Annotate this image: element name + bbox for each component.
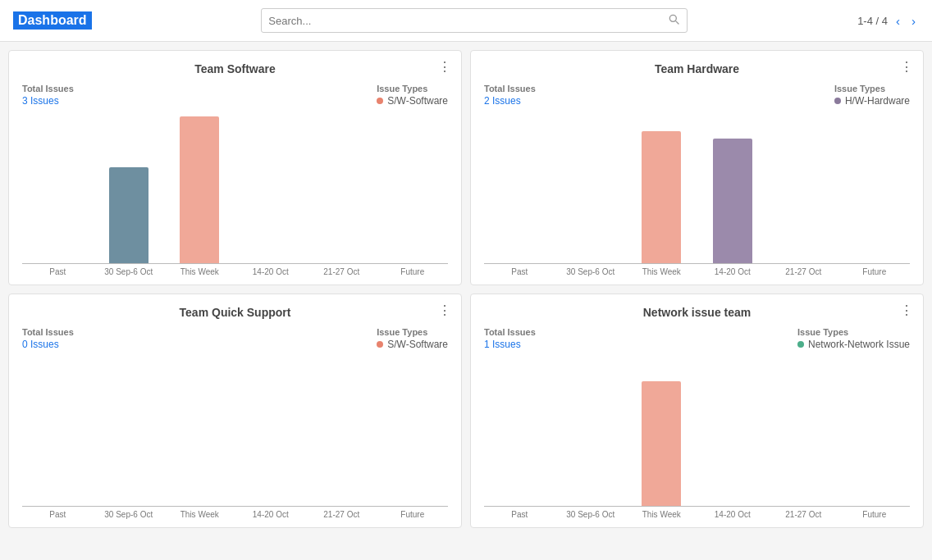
- issue-type-dot: [834, 98, 841, 104]
- bar-rect: [180, 116, 219, 263]
- issue-type-text: H/W-Hardware: [845, 95, 910, 107]
- total-issues-value[interactable]: 3 Issues: [22, 95, 74, 107]
- bars-container: [22, 360, 448, 508]
- bar-rect: [642, 381, 681, 506]
- issue-type-value: S/W-Software: [377, 339, 448, 350]
- prev-button[interactable]: ‹: [893, 12, 903, 30]
- search-bar[interactable]: [261, 8, 688, 33]
- bar-rect: [642, 131, 681, 263]
- bar-col: [484, 360, 555, 507]
- header: Dashboard 1-4 / 4 ‹ ›: [0, 0, 932, 42]
- next-button[interactable]: ›: [908, 12, 919, 30]
- issue-type-value: Network-Network Issue: [797, 339, 910, 350]
- total-issues-label: Total Issues: [22, 327, 74, 337]
- x-axis-label: Future: [839, 267, 911, 276]
- bars-container: [484, 116, 910, 264]
- bar-col: [235, 360, 307, 507]
- bar-col: [839, 116, 911, 263]
- chart-wrapper: Past30 Sep-6 OctThis Week14-20 Oct21-27 …: [22, 116, 448, 276]
- bar-col: [768, 360, 839, 507]
- x-axis-label: 30 Sep-6 Oct: [94, 267, 165, 276]
- card-title: Team Quick Support: [22, 306, 448, 319]
- dashboard-grid: Team Software⋮Total Issues3 IssuesIssue …: [0, 42, 932, 536]
- card-meta-row: Total Issues1 IssuesIssue TypesNetwork-N…: [484, 327, 910, 350]
- bar-col: [555, 360, 627, 507]
- bar-col: [377, 360, 449, 507]
- x-axis-labels: Past30 Sep-6 OctThis Week14-20 Oct21-27 …: [484, 267, 910, 276]
- issue-type-value: S/W-Software: [377, 95, 448, 107]
- card-menu-button[interactable]: ⋮: [438, 303, 453, 318]
- total-issues-label: Total Issues: [22, 84, 74, 93]
- bars-container: [22, 116, 448, 264]
- card-meta-row: Total Issues0 IssuesIssue TypesS/W-Softw…: [22, 327, 448, 350]
- issue-types-label: Issue Types: [377, 327, 448, 337]
- bar-col: [306, 116, 377, 263]
- chart-wrapper: Past30 Sep-6 OctThis Week14-20 Oct21-27 …: [484, 116, 910, 276]
- total-issues-label: Total Issues: [484, 84, 536, 93]
- x-axis-labels: Past30 Sep-6 OctThis Week14-20 Oct21-27 …: [22, 267, 448, 276]
- x-axis-label: 21-27 Oct: [768, 510, 839, 519]
- bar-col: [377, 116, 449, 263]
- bar-col: [94, 360, 165, 507]
- x-axis-label: Future: [377, 267, 449, 276]
- total-issues-label: Total Issues: [484, 327, 536, 337]
- total-issues-value[interactable]: 0 Issues: [22, 339, 74, 350]
- x-axis-label: Past: [484, 267, 555, 276]
- x-axis-label: 21-27 Oct: [768, 267, 839, 276]
- bar-col: [484, 116, 555, 263]
- issue-type-dot: [377, 341, 383, 348]
- x-axis-label: Future: [839, 510, 911, 519]
- x-axis-labels: Past30 Sep-6 OctThis Week14-20 Oct21-27 …: [22, 510, 448, 519]
- search-icon: [667, 12, 680, 29]
- issue-types-label: Issue Types: [377, 84, 448, 93]
- bar-col: [555, 116, 627, 263]
- bar-col: [768, 116, 839, 263]
- x-axis-label: Past: [22, 267, 94, 276]
- x-axis-label: 14-20 Oct: [697, 267, 769, 276]
- card-team-quick-support: Team Quick Support⋮Total Issues0 IssuesI…: [8, 294, 462, 529]
- bar-col: [697, 360, 769, 507]
- issue-types-label: Issue Types: [797, 327, 910, 337]
- card-menu-button[interactable]: ⋮: [438, 59, 453, 75]
- x-axis-label: This Week: [626, 267, 697, 276]
- x-axis-label: 21-27 Oct: [306, 267, 377, 276]
- x-axis-label: 14-20 Oct: [697, 510, 769, 519]
- pagination: 1-4 / 4 ‹ ›: [857, 12, 919, 30]
- x-axis-label: 30 Sep-6 Oct: [555, 267, 627, 276]
- issue-type-dot: [797, 341, 804, 348]
- bar-rect: [109, 167, 148, 262]
- search-input[interactable]: [268, 15, 667, 27]
- issue-type-text: S/W-Software: [387, 339, 448, 350]
- card-title: Network issue team: [484, 306, 910, 319]
- x-axis-label: This Week: [164, 510, 235, 519]
- issue-types-label: Issue Types: [834, 84, 910, 93]
- card-menu-button[interactable]: ⋮: [900, 59, 915, 75]
- card-menu-button[interactable]: ⋮: [900, 303, 915, 318]
- issue-type-text: S/W-Software: [387, 95, 448, 107]
- x-axis-label: 30 Sep-6 Oct: [94, 510, 165, 519]
- x-axis-label: 14-20 Oct: [235, 267, 307, 276]
- bar-col: [164, 116, 235, 263]
- issue-type-text: Network-Network Issue: [808, 339, 910, 350]
- card-team-hardware: Team Hardware⋮Total Issues2 IssuesIssue …: [470, 50, 924, 285]
- bar-col: [626, 116, 697, 263]
- x-axis-label: This Week: [626, 510, 697, 519]
- issue-type-value: H/W-Hardware: [834, 95, 910, 107]
- x-axis-label: Past: [22, 510, 94, 519]
- x-axis-label: Future: [377, 510, 449, 519]
- chart-wrapper: Past30 Sep-6 OctThis Week14-20 Oct21-27 …: [484, 360, 910, 520]
- bar-col: [235, 116, 307, 263]
- card-title: Team Software: [22, 62, 448, 75]
- bar-col: [626, 360, 697, 507]
- x-axis-label: 14-20 Oct: [235, 510, 307, 519]
- total-issues-value[interactable]: 2 Issues: [484, 95, 536, 107]
- card-meta-row: Total Issues2 IssuesIssue TypesH/W-Hardw…: [484, 84, 910, 107]
- pagination-label: 1-4 / 4: [857, 15, 888, 27]
- bars-container: [484, 360, 910, 508]
- issue-type-dot: [377, 98, 383, 104]
- bar-col: [839, 360, 911, 507]
- total-issues-value[interactable]: 1 Issues: [484, 339, 536, 350]
- bar-col: [94, 116, 165, 263]
- bar-col: [22, 116, 94, 263]
- x-axis-label: 21-27 Oct: [306, 510, 377, 519]
